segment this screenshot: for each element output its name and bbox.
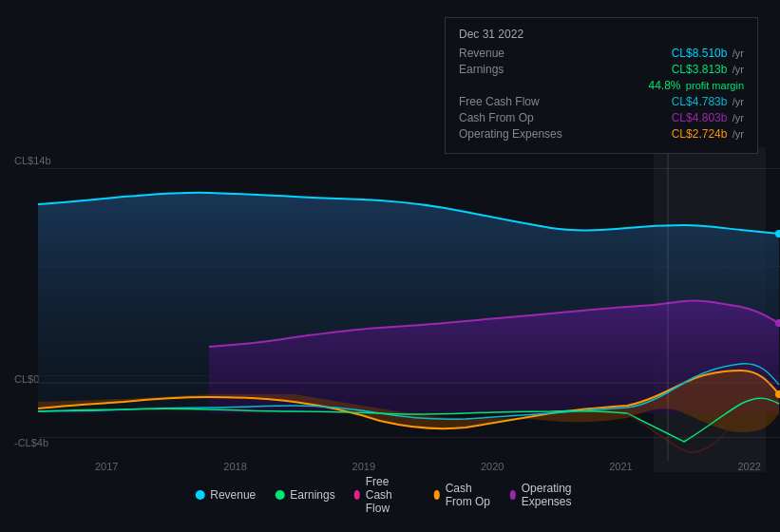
fcf-legend-dot (354, 490, 360, 500)
x-label-2022: 2022 (737, 461, 760, 472)
fcf-legend-label: Free Cash Flow (366, 475, 415, 515)
earnings-value: CL$3.813b (672, 63, 728, 76)
tooltip-cfo-row: Cash From Op CL$4.803b /yr (459, 111, 744, 124)
x-label-2021: 2021 (609, 461, 632, 472)
cfo-value: CL$4.803b (672, 111, 728, 124)
earnings-suffix: /yr (732, 64, 744, 75)
margin-text: profit margin (686, 80, 744, 91)
earnings-label: Earnings (459, 63, 563, 76)
cfo-legend-dot (434, 490, 440, 500)
revenue-legend-label: Revenue (210, 488, 256, 502)
x-label-2017: 2017 (95, 461, 118, 472)
cfo-label: Cash From Op (459, 111, 563, 124)
legend-item-earnings[interactable]: Earnings (275, 488, 334, 502)
opex-legend-dot (510, 490, 516, 500)
tooltip-date: Dec 31 2022 (459, 28, 744, 41)
fcf-value: CL$4.783b (672, 95, 728, 108)
earnings-legend-dot (275, 490, 284, 500)
fcf-suffix: /yr (732, 96, 744, 107)
legend-item-fcf[interactable]: Free Cash Flow (354, 475, 415, 515)
cfo-suffix: /yr (732, 112, 744, 124)
earnings-legend-label: Earnings (290, 488, 334, 502)
revenue-label: Revenue (459, 47, 563, 60)
x-label-2018: 2018 (223, 461, 246, 472)
legend-item-cfo[interactable]: Cash From Op (434, 482, 491, 508)
revenue-legend-dot (195, 490, 204, 500)
opex-legend-label: Operating Expenses (522, 482, 585, 508)
tooltip-fcf-row: Free Cash Flow CL$4.783b /yr (459, 95, 744, 108)
x-label-2019: 2019 (352, 461, 375, 472)
x-label-2020: 2020 (481, 461, 504, 472)
revenue-value: CL$8.510b (672, 47, 728, 60)
revenue-suffix: /yr (732, 48, 744, 59)
x-axis: 2017 2018 2019 2020 2021 2022 (38, 461, 780, 472)
tooltip-opex-row: Operating Expenses CL$2.724b /yr (459, 127, 744, 141)
opex-value: CL$2.724b (672, 127, 728, 141)
fcf-label: Free Cash Flow (459, 95, 563, 108)
tooltip-revenue-row: Revenue CL$8.510b /yr (459, 47, 744, 60)
margin-value: 44.8% (648, 79, 680, 92)
chart-container: Dec 31 2022 Revenue CL$8.510b /yr Earnin… (0, 0, 780, 532)
opex-suffix: /yr (732, 128, 744, 140)
tooltip-box: Dec 31 2022 Revenue CL$8.510b /yr Earnin… (445, 17, 758, 154)
chart-svg (0, 147, 780, 461)
opex-label: Operating Expenses (459, 127, 563, 141)
legend-item-revenue[interactable]: Revenue (195, 488, 256, 502)
chart-legend: Revenue Earnings Free Cash Flow Cash Fro… (195, 475, 585, 515)
tooltip-earnings-row: Earnings CL$3.813b /yr (459, 63, 744, 76)
legend-item-opex[interactable]: Operating Expenses (510, 482, 585, 508)
cfo-legend-label: Cash From Op (446, 482, 491, 508)
tooltip-margin-row: 44.8% profit margin (459, 79, 744, 92)
